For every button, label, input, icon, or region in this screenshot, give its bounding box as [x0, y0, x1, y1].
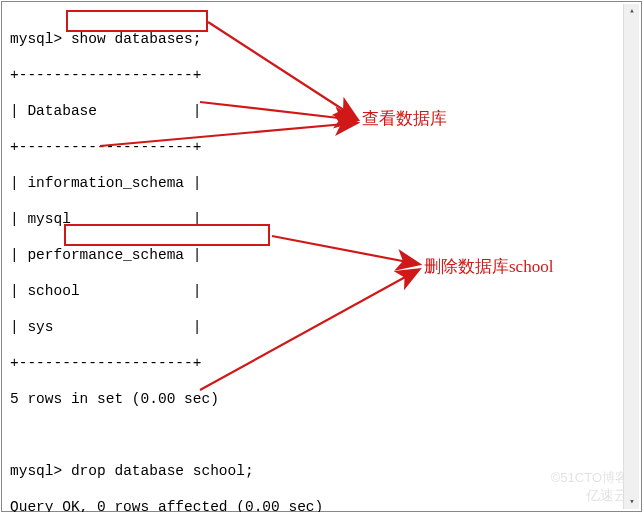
line-row: | information_schema | [10, 174, 633, 192]
line-cmd-drop: mysql> drop database school; [10, 462, 633, 480]
line-row: | school | [10, 282, 633, 300]
watermark-yisu: 亿速云 [586, 486, 628, 504]
line-sep: +--------------------+ [10, 138, 633, 156]
scroll-up-icon[interactable]: ▴ [627, 6, 637, 16]
annotation-drop-db: 删除数据库school [424, 258, 553, 276]
vertical-scrollbar[interactable]: ▴ ▾ [623, 4, 639, 509]
scroll-down-icon[interactable]: ▾ [627, 497, 637, 507]
line-summary1: 5 rows in set (0.00 sec) [10, 390, 633, 408]
highlight-box-drop [64, 224, 270, 246]
line-row: | sys | [10, 318, 633, 336]
line-cmd-show1: mysql> show databases; [10, 30, 633, 48]
line-blank [10, 426, 633, 444]
line-drop-result: Query OK, 0 rows affected (0.00 sec) [10, 498, 633, 512]
watermark-51cto: ©51CTO博客 [551, 469, 628, 487]
annotation-view-db: 查看数据库 [362, 110, 447, 128]
line-header: | Database | [10, 102, 633, 120]
line-sep: +--------------------+ [10, 66, 633, 84]
line-sep: +--------------------+ [10, 354, 633, 372]
highlight-box-show [66, 10, 208, 32]
